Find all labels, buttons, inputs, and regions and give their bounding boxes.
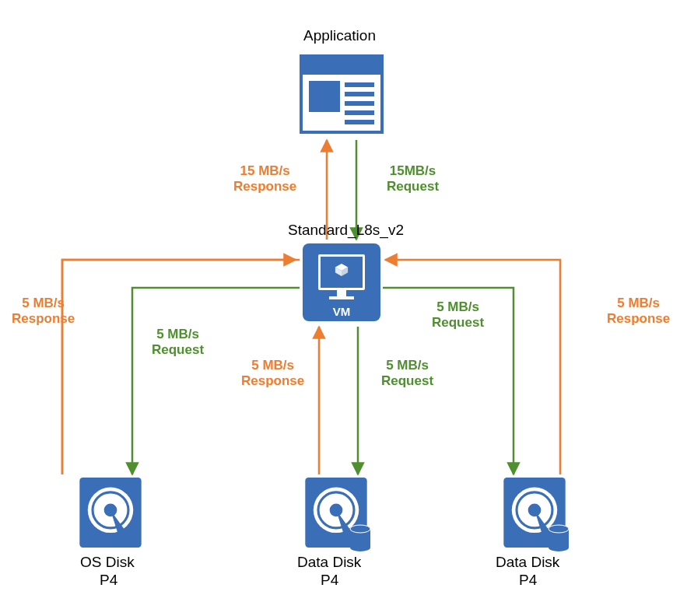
- label-app-request: 15MB/s Request: [387, 163, 439, 195]
- svg-point-11: [330, 504, 343, 517]
- data-disk-1-icon: [303, 476, 369, 549]
- os-disk-name: OS Disk: [80, 554, 135, 572]
- label-datadisk1-response: 5 MB/s Response: [241, 358, 304, 390]
- data-disk-2-icon: [502, 476, 567, 549]
- label-app-response: 15 MB/s Response: [233, 163, 296, 195]
- data-disk-2-name: Data Disk: [496, 554, 559, 572]
- vm-badge: VM: [303, 305, 380, 318]
- data-disk-2-tier: P4: [519, 572, 537, 590]
- cube-icon: [335, 263, 349, 277]
- vm-icon: VM: [303, 243, 380, 321]
- label-osdisk-response: 5 MB/s Response: [12, 296, 75, 327]
- vm-title: Standard_L8s_v2: [288, 222, 404, 240]
- os-disk-tier: P4: [100, 572, 117, 590]
- application-icon: [300, 54, 384, 134]
- label-datadisk2-response: 5 MB/s Response: [607, 296, 670, 327]
- label-datadisk2-request: 5 MB/s Request: [432, 299, 484, 331]
- label-osdisk-request: 5 MB/s Request: [152, 327, 204, 359]
- data-disk-1-tier: P4: [321, 572, 338, 590]
- svg-point-19: [528, 504, 542, 517]
- svg-point-7: [104, 504, 117, 517]
- database-icon: [349, 524, 372, 552]
- data-disk-1-name: Data Disk: [297, 554, 361, 572]
- label-datadisk1-request: 5 MB/s Request: [381, 358, 433, 390]
- database-icon: [547, 524, 570, 552]
- os-disk-icon: [78, 476, 143, 549]
- application-title: Application: [303, 27, 376, 45]
- svg-point-22: [549, 544, 569, 551]
- svg-point-14: [350, 544, 370, 551]
